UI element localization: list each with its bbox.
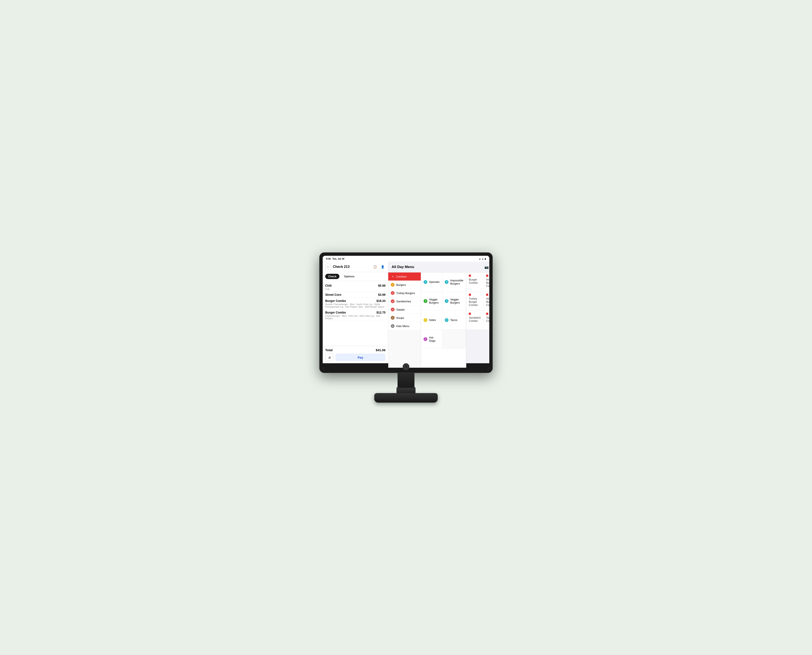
check-item: Burger Combo $18.33 Double Cheeseburger … <box>325 298 385 309</box>
product-impossible-burger-combo[interactable]: Impossible Burger Combo <box>484 272 489 292</box>
tacos-icon: ★ <box>445 318 448 322</box>
status-date: Tue, Jul 19 <box>332 257 344 260</box>
wifi-icon: ▲ <box>482 258 484 260</box>
category-item-kids-menu[interactable]: ★ Kids Menu <box>388 322 421 330</box>
combos-icon: ★ <box>391 275 394 278</box>
product-dot <box>469 294 471 296</box>
home-button[interactable] <box>403 363 409 370</box>
stand-base <box>374 393 438 403</box>
check-receipt-icon[interactable]: 📋 <box>372 264 378 270</box>
menu-title: All Day Menu <box>391 265 414 269</box>
tablet-screen: 9:30 Tue, Jul 19 ▲ ▲ ▮ ← Check 213 📋 <box>323 256 489 370</box>
specials-icon: ★ <box>424 280 427 284</box>
menu-receipt-icon[interactable]: 📷 <box>484 264 489 270</box>
check-title: Check 213 <box>333 265 370 269</box>
total-label: Total <box>325 348 333 352</box>
item-name: Burger Combo <box>325 299 346 303</box>
impossible-burgers-icon: ★ <box>445 280 448 284</box>
item-price: $12.75 <box>376 311 385 314</box>
status-bar: 9:30 Tue, Jul 19 ▲ ▲ ▮ <box>323 256 489 262</box>
check-item-row: Street Corn $3.99 <box>325 293 385 297</box>
secondary-cat-label: Impossible Burgers <box>450 279 463 285</box>
category-list: ★ Combos ★ Burgers ★ Turkey Burgers <box>388 272 421 368</box>
check-panel: ← Check 213 📋 👤 Check Options Chili <box>323 262 388 363</box>
back-button[interactable]: ← <box>325 264 331 270</box>
category-label: Soups <box>396 316 404 320</box>
category-label: Sandwiches <box>396 300 411 303</box>
category-item-soups[interactable]: ★ Soups <box>388 314 421 322</box>
secondary-cat-kids <box>421 349 466 368</box>
app-content: ← Check 213 📋 👤 Check Options Chili <box>323 262 489 363</box>
salads-icon: ★ <box>391 308 394 311</box>
menu-header: All Day Menu 📷 🔍 <box>388 262 489 272</box>
sandwiches-icon: ★ <box>391 299 394 303</box>
check-header: ← Check 213 📋 👤 <box>323 262 388 272</box>
item-price: $5.99 <box>378 284 385 287</box>
secondary-cat-veggie-burgers-2[interactable]: ★ Veggie Burgers <box>442 292 466 311</box>
product-burger-combo[interactable]: Burger Combo <box>466 272 484 292</box>
secondary-cat-specials[interactable]: ★ Specials <box>421 272 442 292</box>
category-label: Burgers <box>396 283 406 286</box>
kids-menu-icon: ★ <box>391 324 394 328</box>
category-label: Salads <box>396 308 405 311</box>
product-dot <box>486 294 488 296</box>
total-amount: $41.06 <box>376 348 385 352</box>
secondary-cat-empty <box>442 330 466 349</box>
secondary-cat-label: Sides <box>429 318 436 321</box>
category-item-sandwiches[interactable]: ★ Sandwiches <box>388 297 421 306</box>
status-bar-left: 9:30 Tue, Jul 19 <box>326 257 344 260</box>
product-name: Turkey Burger Combo <box>469 297 480 306</box>
product-veggie-burger-combo[interactable]: Veggie Burger Combo <box>484 292 489 311</box>
secondary-cat-veggie-burgers[interactable]: ★ Veggie Burgers <box>421 292 442 311</box>
tab-check[interactable]: Check <box>325 274 339 279</box>
product-taco-combo[interactable]: Taco Combo <box>484 311 489 330</box>
status-time: 9:30 <box>326 257 331 260</box>
product-turkey-burger-combo[interactable]: Turkey Burger Combo <box>466 292 484 311</box>
secondary-categories: ★ Specials ★ Impossible Burgers ★ Veggie… <box>421 272 466 368</box>
category-label: Combos <box>396 275 407 278</box>
item-sub: Cheeseburger · Med · Fries Sm · Diet Cok… <box>325 315 385 320</box>
pay-button[interactable]: Pay <box>335 354 385 361</box>
print-button[interactable]: 🖨 <box>325 354 334 361</box>
item-sub: Double Cheeseburger · Med · Garlic Fries… <box>325 303 385 308</box>
category-label: Turkey Burgers <box>396 292 415 295</box>
product-name: Burger Combo <box>469 278 480 284</box>
menu-panel: All Day Menu 📷 🔍 ★ Combos <box>388 262 489 363</box>
category-item-burgers[interactable]: ★ Burgers <box>388 281 421 289</box>
home-button-inner <box>404 365 408 368</box>
products-section: Burger Combo Impossible Burger Combo Tur… <box>466 272 489 368</box>
secondary-cat-impossible-burgers[interactable]: ★ Impossible Burgers <box>442 272 466 292</box>
category-item-turkey-burgers[interactable]: ★ Turkey Burgers <box>388 289 421 297</box>
category-item-combos[interactable]: ★ Combos <box>388 272 421 281</box>
check-item-row: Burger Combo $18.33 <box>325 299 385 303</box>
secondary-cat-tacos[interactable]: ★ Tacos <box>442 311 466 330</box>
product-name: Impossible Burger Combo <box>486 278 489 288</box>
category-label: Kids Menu <box>396 324 409 328</box>
check-item: Burger Combo $12.75 Cheeseburger · Med ·… <box>325 309 385 321</box>
turkey-burgers-icon: ★ <box>391 291 394 295</box>
secondary-cat-sides[interactable]: ★ Sides <box>421 311 442 330</box>
check-item: Chili $5.99 Cup <box>325 283 385 292</box>
product-sandwich-combo[interactable]: Sandwich Combo <box>466 311 484 330</box>
item-price: $18.33 <box>376 299 385 303</box>
item-name: Chili <box>325 284 332 287</box>
item-name: Burger Combo <box>325 311 346 314</box>
check-person-icon[interactable]: 👤 <box>379 264 385 270</box>
device-stand <box>385 373 427 403</box>
check-tabs: Check Options <box>323 272 388 281</box>
product-dot <box>486 275 488 277</box>
tab-options[interactable]: Options <box>341 274 358 279</box>
secondary-cat-hot-dogs[interactable]: ★ Hot Dogs <box>421 330 442 349</box>
battery-icon: ▮ <box>485 258 486 260</box>
product-name: Taco Combo <box>486 316 489 323</box>
check-item-row: Burger Combo $12.75 <box>325 311 385 314</box>
menu-body: ★ Combos ★ Burgers ★ Turkey Burgers <box>388 272 489 368</box>
veggie-burgers-icon-2: ★ <box>445 299 448 303</box>
category-item-salads[interactable]: ★ Salads <box>388 306 421 314</box>
secondary-cat-label: Specials <box>429 280 439 283</box>
device-wrapper: 9:30 Tue, Jul 19 ▲ ▲ ▮ ← Check 213 📋 <box>319 252 493 403</box>
check-items-list: Chili $5.99 Cup Street Corn $3.99 <box>323 281 388 346</box>
status-bar-right: ▲ ▲ ▮ <box>479 258 486 260</box>
stand-neck <box>398 373 414 388</box>
product-name: Veggie Burger Combo <box>486 297 489 306</box>
